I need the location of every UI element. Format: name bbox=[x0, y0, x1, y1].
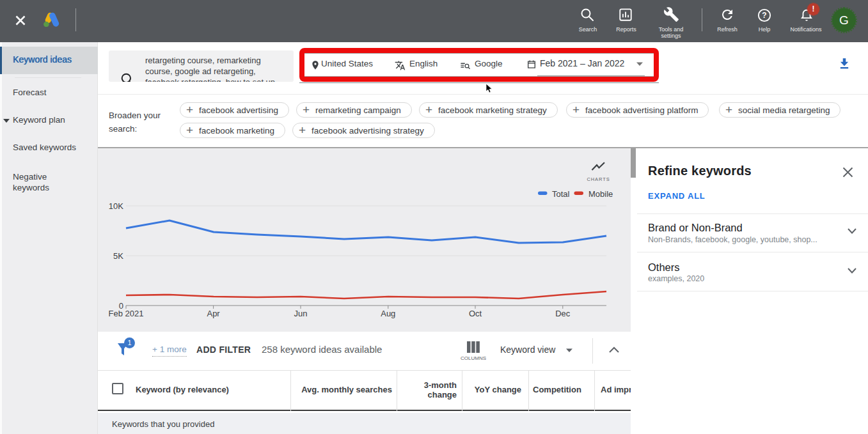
svg-text:Apr: Apr bbox=[207, 309, 220, 318]
svg-text:Feb 2021: Feb 2021 bbox=[109, 309, 144, 318]
svg-text:Mobile: Mobile bbox=[588, 189, 613, 199]
svg-text:CHARTS: CHARTS bbox=[587, 176, 610, 182]
svg-text:Dec: Dec bbox=[555, 309, 571, 318]
svg-text:Oct: Oct bbox=[469, 309, 482, 318]
svg-text:5K: 5K bbox=[113, 251, 123, 261]
svg-text:?: ? bbox=[762, 11, 766, 20]
svg-text:Total: Total bbox=[552, 189, 570, 199]
svg-text:Aug: Aug bbox=[381, 309, 395, 318]
svg-text:10K: 10K bbox=[109, 201, 123, 211]
svg-text:Jun: Jun bbox=[294, 309, 308, 318]
